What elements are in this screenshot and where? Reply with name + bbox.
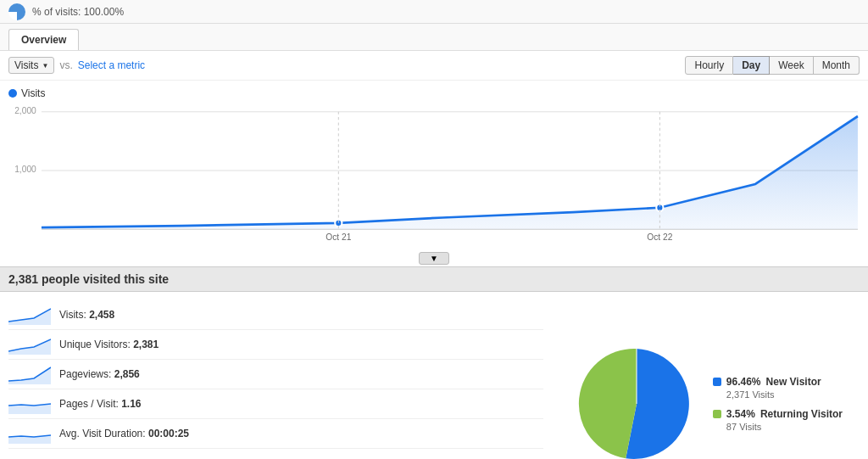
sparkline-bounce bbox=[8, 453, 51, 459]
new-visitor-pct: 96.46% bbox=[726, 376, 761, 388]
svg-marker-5 bbox=[42, 116, 858, 229]
scroll-button[interactable]: ▼ bbox=[419, 252, 449, 265]
returning-visitor-text: Returning Visitor bbox=[760, 408, 843, 420]
legend-label: Visits bbox=[21, 87, 45, 99]
summary-headline: 2,381 people visited this site bbox=[8, 272, 169, 286]
legend-returning-visitor: 3.54% Returning Visitor 87 Visits bbox=[713, 408, 843, 432]
new-visitor-visits: 2,371 Visits bbox=[713, 389, 843, 400]
returning-visitor-dot bbox=[713, 410, 721, 418]
sparkline-visits bbox=[8, 305, 51, 325]
legend-new-visitor: 96.46% New Visitor 2,371 Visits bbox=[713, 376, 843, 400]
sparkline-pageviews bbox=[8, 364, 51, 384]
pie-legend: 96.46% New Visitor 2,371 Visits 3.54% Re… bbox=[713, 376, 843, 432]
sparkline-duration bbox=[8, 423, 51, 444]
stat-label-duration: Avg. Visit Duration: 00:00:25 bbox=[59, 428, 189, 439]
metric-label: Visits bbox=[14, 59, 38, 71]
svg-text:2,000: 2,000 bbox=[14, 106, 36, 115]
time-btn-day[interactable]: Day bbox=[733, 56, 770, 75]
new-visitor-label: 96.46% New Visitor bbox=[713, 376, 843, 388]
stat-row: Unique Visitors: 2,381 bbox=[8, 330, 543, 360]
chart-svg-container: 2,000 1,000 bbox=[8, 103, 860, 238]
new-visitor-text: New Visitor bbox=[766, 376, 821, 388]
pie-svg bbox=[577, 344, 696, 459]
sparkline-unique bbox=[8, 334, 51, 355]
pie-section: 96.46% New Visitor 2,371 Visits 3.54% Re… bbox=[560, 300, 860, 459]
top-bar: % of visits: 100.00% bbox=[0, 0, 868, 24]
time-btn-week[interactable]: Week bbox=[770, 56, 813, 75]
stat-label-pageviews: Pageviews: 2,856 bbox=[59, 368, 140, 380]
stats-left: Visits: 2,458 Unique Visitors: 2,381 Pag… bbox=[8, 300, 543, 459]
toolbar-left: Visits ▼ vs. Select a metric bbox=[8, 57, 145, 74]
pie-chart bbox=[577, 344, 696, 459]
svg-text:Oct 21: Oct 21 bbox=[326, 232, 351, 242]
select-metric-link[interactable]: Select a metric bbox=[78, 59, 145, 71]
sparkline-ppv bbox=[8, 394, 51, 414]
stat-row: Bounce Rate: 94.06% bbox=[8, 449, 543, 459]
percent-text: % of visits: 100.00% bbox=[32, 6, 124, 18]
chart-area: Visits 2,000 1,000 bbox=[0, 81, 868, 250]
dropdown-arrow-icon: ▼ bbox=[42, 62, 48, 70]
returning-visitor-visits: 87 Visits bbox=[713, 422, 843, 432]
stat-label-ppv: Pages / Visit: 1.16 bbox=[59, 398, 142, 410]
svg-text:Oct 22: Oct 22 bbox=[647, 232, 672, 242]
new-visitor-dot bbox=[713, 378, 721, 386]
returning-visitor-label: 3.54% Returning Visitor bbox=[713, 408, 843, 420]
scroll-indicator: ▼ bbox=[0, 250, 868, 266]
toolbar: Visits ▼ vs. Select a metric Hourly Day … bbox=[0, 51, 868, 81]
metric-select[interactable]: Visits ▼ bbox=[8, 57, 54, 74]
time-buttons: Hourly Day Week Month bbox=[685, 56, 860, 75]
vs-text: vs. bbox=[59, 59, 72, 71]
time-btn-hourly[interactable]: Hourly bbox=[685, 56, 733, 75]
chart-legend: Visits bbox=[8, 87, 860, 99]
stat-label-unique: Unique Visitors: 2,381 bbox=[59, 339, 159, 350]
tab-bar: Overview bbox=[0, 24, 868, 51]
stat-row: Pageviews: 2,856 bbox=[8, 360, 543, 389]
stats-section: Visits: 2,458 Unique Visitors: 2,381 Pag… bbox=[0, 292, 868, 459]
tab-overview[interactable]: Overview bbox=[8, 29, 79, 50]
legend-dot bbox=[8, 89, 17, 98]
stat-row: Pages / Visit: 1.16 bbox=[8, 389, 543, 419]
logo-icon bbox=[8, 3, 25, 20]
chart-svg: 2,000 1,000 bbox=[8, 103, 860, 238]
stat-label-visits: Visits: 2,458 bbox=[59, 309, 114, 321]
stat-row: Visits: 2,458 bbox=[8, 300, 543, 330]
returning-visitor-pct: 3.54% bbox=[726, 408, 755, 420]
stat-row: Avg. Visit Duration: 00:00:25 bbox=[8, 419, 543, 449]
time-btn-month[interactable]: Month bbox=[814, 56, 860, 75]
summary-bar: 2,381 people visited this site bbox=[0, 266, 868, 292]
svg-text:1,000: 1,000 bbox=[14, 165, 36, 174]
